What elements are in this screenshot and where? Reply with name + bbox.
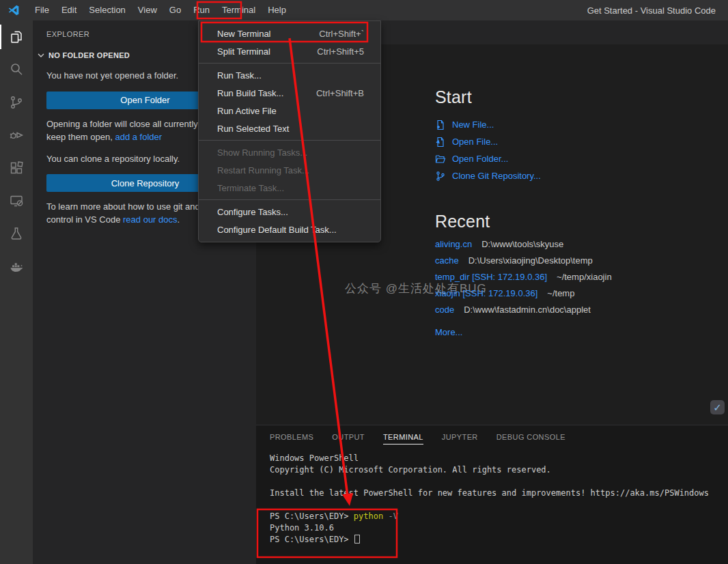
vscode-window: File Edit Selection View Go Run Terminal…	[0, 0, 728, 564]
menu-view[interactable]: View	[132, 3, 163, 18]
start-open-folder[interactable]: Open Folder...	[435, 150, 612, 167]
new-file-link[interactable]: New File...	[452, 119, 494, 130]
more-link[interactable]: More...	[435, 327, 462, 337]
activity-search[interactable]	[0, 53, 33, 86]
terminal-prompt: PS C:\Users\EDY>	[270, 535, 354, 544]
menu-item-run-selected-text[interactable]: Run Selected Text	[199, 119, 380, 137]
menu-bar: File Edit Selection View Go Run Terminal…	[29, 0, 292, 20]
docker-icon	[8, 258, 25, 274]
activity-run-debug[interactable]	[0, 119, 33, 152]
recent-path: D:\www\fastadmin.cn\doc\applet	[464, 305, 591, 315]
menu-item-new-terminal[interactable]: New Terminal Ctrl+Shift+`	[199, 25, 380, 42]
files-icon	[8, 29, 25, 45]
activity-testing[interactable]	[0, 217, 33, 250]
recent-link[interactable]: aliving.cn	[435, 239, 472, 249]
activity-docker[interactable]	[0, 250, 33, 283]
new-file-icon	[435, 119, 446, 130]
menu-separator	[199, 63, 380, 64]
terminal-cursor[interactable]	[354, 535, 360, 544]
vscode-logo-icon	[8, 4, 20, 16]
activity-bar	[0, 20, 33, 564]
activity-explorer[interactable]	[0, 20, 33, 53]
menu-item-configure-default-build-task[interactable]: Configure Default Build Task...	[199, 221, 380, 238]
menu-item-configure-tasks[interactable]: Configure Tasks...	[199, 203, 380, 221]
recent-list: aliving.cn D:\www\tools\skyuse cache D:\…	[435, 239, 612, 340]
remote-explorer-icon	[8, 193, 25, 209]
clone-git-repository-link[interactable]: Clone Git Repository...	[452, 171, 541, 181]
terminal-dropdown-menu: New Terminal Ctrl+Shift+` Split Terminal…	[198, 20, 381, 242]
recent-item: cache D:\Users\xiaojing\Desktop\temp	[435, 255, 612, 272]
menu-file[interactable]: File	[29, 3, 55, 18]
terminal-command-output: Python 3.10.6	[270, 522, 728, 534]
recent-link[interactable]: cache	[435, 255, 459, 266]
menu-selection[interactable]: Selection	[83, 3, 131, 18]
testing-icon	[8, 225, 25, 242]
terminal-command-arg: -V	[383, 511, 398, 521]
terminal-command: python	[354, 511, 383, 521]
folder-opened-icon	[435, 154, 446, 165]
menu-item-split-terminal[interactable]: Split Terminal Ctrl+Shift+5	[199, 42, 380, 60]
start-heading: Start	[435, 87, 612, 107]
recent-heading: Recent	[435, 212, 612, 231]
start-clone-repo[interactable]: Clone Git Repository...	[435, 167, 612, 184]
read-our-docs-link[interactable]: read our docs	[123, 214, 178, 225]
source-control-icon	[8, 94, 25, 111]
recent-item: xiaojin [SSH: 172.19.0.36] ~/temp	[435, 288, 612, 305]
menu-item-terminate-task: Terminate Task...	[199, 179, 380, 197]
activity-extensions[interactable]	[0, 152, 33, 184]
bottom-panel: PROBLEMS OUTPUT TERMINAL JUPYTER DEBUG C…	[256, 425, 728, 564]
tab-jupyter[interactable]: JUPYTER	[442, 433, 478, 445]
menu-separator	[199, 140, 380, 141]
terminal-prompt-line: PS C:\Users\EDY>	[270, 534, 728, 546]
show-welcome-checkbox[interactable]: ✓	[710, 400, 725, 414]
tab-output[interactable]: OUTPUT	[332, 433, 365, 445]
menu-terminal[interactable]: Terminal	[216, 3, 262, 18]
terminal-line: Install the latest PowerShell for new fe…	[270, 488, 728, 499]
terminal-output[interactable]: Windows PowerShell Copyright (C) Microso…	[256, 453, 728, 546]
menu-item-restart-running-task: Restart Running Task...	[199, 161, 380, 179]
recent-link[interactable]: code	[435, 305, 454, 315]
recent-path: ~/temp	[547, 288, 574, 298]
recent-path: D:\www\tools\skyuse	[481, 239, 563, 249]
terminal-prompt: PS C:\Users\EDY>	[270, 511, 354, 521]
terminal-line: Copyright (C) Microsoft Corporation. All…	[270, 464, 728, 476]
chevron-down-icon	[36, 50, 46, 61]
activity-remote-explorer[interactable]	[0, 184, 33, 217]
recent-path: D:\Users\xiaojing\Desktop\temp	[468, 255, 593, 266]
start-new-file[interactable]: New File...	[435, 116, 612, 133]
recent-link[interactable]: xiaojin [SSH: 172.19.0.36]	[435, 288, 537, 298]
start-open-file[interactable]: Open File...	[435, 133, 612, 150]
recent-more-row: More...	[435, 324, 612, 340]
terminal-line-blank	[270, 499, 728, 511]
menu-item-run-build-task[interactable]: Run Build Task... Ctrl+Shift+B	[199, 84, 380, 102]
menu-go[interactable]: Go	[163, 3, 187, 18]
recent-item: temp_dir [SSH: 172.19.0.36] ~/temp/xiaoj…	[435, 272, 612, 288]
get-started-page: Start New File... Open File...	[435, 87, 612, 340]
start-list: New File... Open File... Open Folder...	[435, 116, 612, 184]
open-folder-link[interactable]: Open Folder...	[452, 154, 508, 164]
menu-item-run-active-file[interactable]: Run Active File	[199, 102, 380, 119]
recent-link[interactable]: temp_dir [SSH: 172.19.0.36]	[435, 272, 547, 282]
tab-problems[interactable]: PROBLEMS	[270, 433, 313, 445]
run-and-debug-icon	[8, 127, 25, 143]
extensions-icon	[8, 160, 25, 176]
recent-item: aliving.cn D:\www\tools\skyuse	[435, 239, 612, 255]
open-file-link[interactable]: Open File...	[452, 137, 498, 147]
title-bar: File Edit Selection View Go Run Terminal…	[0, 0, 728, 20]
tab-debug-console[interactable]: DEBUG CONSOLE	[496, 433, 565, 445]
menu-separator	[199, 199, 380, 200]
tab-terminal[interactable]: TERMINAL	[383, 433, 423, 445]
section-header-label: NO FOLDER OPENED	[48, 51, 130, 59]
search-icon	[8, 61, 25, 78]
add-folder-link[interactable]: add a folder	[115, 132, 162, 142]
menu-help[interactable]: Help	[262, 3, 292, 18]
menu-item-show-running-tasks: Show Running Tasks...	[199, 143, 380, 161]
checkmark-icon: ✓	[713, 401, 722, 414]
activity-source-control[interactable]	[0, 86, 33, 119]
terminal-line-blank	[270, 476, 728, 488]
open-file-icon	[435, 137, 446, 147]
menu-edit[interactable]: Edit	[55, 3, 83, 18]
recent-item: code D:\www\fastadmin.cn\doc\applet	[435, 305, 612, 321]
menu-run[interactable]: Run	[187, 3, 216, 18]
menu-item-run-task[interactable]: Run Task...	[199, 66, 380, 84]
